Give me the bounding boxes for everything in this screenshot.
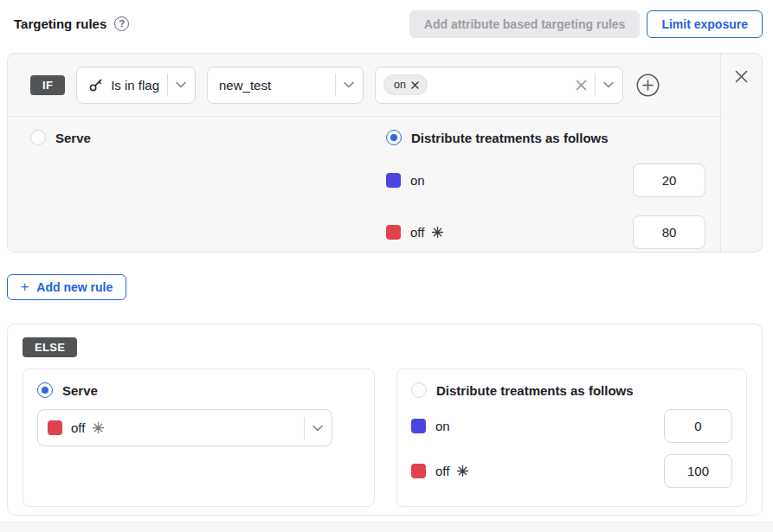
if-badge: IF <box>30 75 65 95</box>
limit-exposure-button[interactable]: Limit exposure <box>647 10 763 38</box>
else-serve-card: Serve off <box>23 369 375 507</box>
else-distribute-card: Distribute treatments as follows on off <box>396 369 747 507</box>
add-attribute-rules-button[interactable]: Add attribute based targeting rules <box>409 10 641 38</box>
if-rule-body: Serve Distribute treatments as follows o… <box>8 117 720 249</box>
add-new-rule-button[interactable]: + Add new rule <box>7 274 126 300</box>
else-treatment-on-label: on <box>435 419 450 433</box>
else-distribute-radio-label: Distribute treatments as follows <box>436 383 634 398</box>
flag-select-value: new_test <box>219 78 327 93</box>
else-distribute-radio-row[interactable]: Distribute treatments as follows <box>411 382 732 398</box>
treatment-chip-label: on <box>394 79 406 91</box>
treatment-multiselect[interactable]: on <box>375 67 623 104</box>
else-badge: ELSE <box>23 337 77 357</box>
treatment-off-swatch <box>411 464 426 478</box>
if-rule-main: IF Is in flag new_test <box>8 54 720 252</box>
default-treatment-icon <box>457 465 468 477</box>
matcher-select-value: Is in flag <box>111 78 159 93</box>
treatment-off-label: off <box>410 225 424 240</box>
else-rule-card: ELSE Serve off <box>7 324 763 516</box>
distribute-radio-row[interactable]: Distribute treatments as follows <box>386 130 705 145</box>
serve-radio-row[interactable]: Serve <box>30 130 386 145</box>
treatment-row-off: off <box>386 215 705 249</box>
else-treatment-row-on: on <box>411 409 732 443</box>
delete-rule-icon[interactable] <box>733 68 750 85</box>
page-title: Targeting rules <box>14 16 106 31</box>
else-serve-treatment-select[interactable]: off <box>37 409 332 446</box>
chevron-down-icon <box>312 425 323 432</box>
add-condition-button[interactable] <box>635 72 661 99</box>
treatment-on-percent-input[interactable] <box>633 163 705 197</box>
treatment-row-on: on <box>386 163 705 197</box>
if-condition-row: IF Is in flag new_test <box>8 54 720 117</box>
chip-remove-icon[interactable] <box>411 81 419 89</box>
clear-selection-icon[interactable] <box>576 80 587 91</box>
treatment-off-percent-input[interactable] <box>633 215 705 249</box>
treatment-on-swatch <box>411 419 426 433</box>
plus-icon: + <box>21 280 29 294</box>
else-treatment-on-percent-input[interactable] <box>664 409 732 443</box>
treatment-on-label: on <box>410 173 425 188</box>
chevron-down-icon <box>176 81 186 88</box>
treatment-off-swatch <box>386 225 401 240</box>
else-treatment-off-percent-input[interactable] <box>664 454 732 488</box>
else-serve-radio-label: Serve <box>62 383 98 398</box>
treatment-off-swatch <box>48 420 62 435</box>
divider <box>595 74 596 96</box>
distribute-radio-label: Distribute treatments as follows <box>411 131 609 145</box>
serve-radio-label: Serve <box>55 131 91 145</box>
default-treatment-icon <box>93 422 104 433</box>
matcher-select[interactable]: Is in flag <box>76 67 196 104</box>
treatment-on-swatch <box>386 173 401 188</box>
if-rule-side-strip <box>720 54 762 252</box>
else-options-row: Serve off Distribute treat <box>23 369 747 507</box>
chevron-down-icon <box>344 81 354 88</box>
divider <box>167 74 168 96</box>
else-distribute-radio[interactable] <box>411 382 427 398</box>
distribute-option-area: Distribute treatments as follows on off <box>386 130 705 249</box>
serve-radio[interactable] <box>30 130 46 145</box>
flag-select[interactable]: new_test <box>207 67 364 104</box>
else-treatment-off-label: off <box>435 464 449 478</box>
flag-key-icon <box>88 77 104 93</box>
help-icon[interactable]: ? <box>114 16 129 31</box>
divider <box>304 417 305 439</box>
distribute-radio[interactable] <box>386 130 402 145</box>
section-divider <box>0 522 773 532</box>
else-treatment-row-off: off <box>411 454 732 488</box>
add-new-rule-label: Add new rule <box>36 280 113 294</box>
else-serve-radio-row[interactable]: Serve <box>37 382 360 398</box>
divider <box>335 74 336 96</box>
else-serve-treatment-value: off <box>71 420 85 435</box>
serve-option-area: Serve <box>30 130 386 249</box>
treatment-chip: on <box>383 74 428 95</box>
chevron-down-icon <box>603 81 614 88</box>
default-treatment-icon <box>432 227 443 238</box>
targeting-rules-header: Targeting rules ? Add attribute based ta… <box>0 0 773 38</box>
else-serve-radio[interactable] <box>37 382 53 398</box>
if-rule-card: IF Is in flag new_test <box>7 53 763 253</box>
